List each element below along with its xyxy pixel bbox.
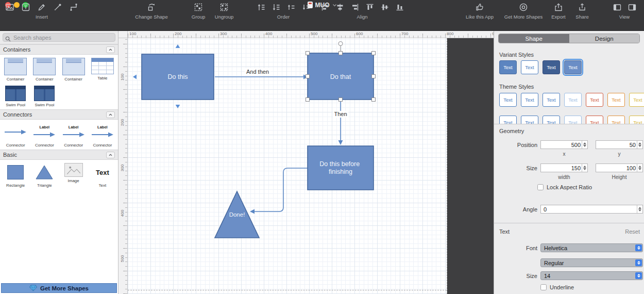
palette-item[interactable]: LabelConnector bbox=[59, 123, 88, 148]
chevron-up-icon[interactable] bbox=[106, 46, 115, 53]
connector-elbow[interactable] bbox=[250, 168, 308, 214]
stepper-icon[interactable] bbox=[582, 164, 587, 172]
style-button[interactable]: Text bbox=[499, 93, 517, 107]
palette-item[interactable]: LabelConnector bbox=[88, 123, 117, 148]
quick-connect-arrow-left[interactable] bbox=[133, 75, 137, 79]
position-x-field[interactable]: 500 bbox=[540, 140, 588, 149]
font-family-dropdown[interactable]: Helvetica bbox=[540, 243, 643, 252]
canvas-area[interactable]: 100200300400500600700800900 100200300400… bbox=[118, 31, 494, 294]
chevron-up-icon[interactable] bbox=[106, 152, 115, 158]
send-to-back-icon[interactable] bbox=[272, 3, 281, 12]
width-field[interactable]: 150 bbox=[540, 164, 588, 172]
send-backward-icon[interactable] bbox=[301, 3, 311, 12]
style-button[interactable]: Text bbox=[521, 93, 538, 107]
bring-forward-icon[interactable] bbox=[286, 3, 296, 12]
page[interactable]: And then Then Do this bbox=[128, 38, 447, 294]
quick-connect-arrow-down[interactable] bbox=[176, 105, 180, 108]
image-icon[interactable] bbox=[5, 3, 14, 12]
rectangle-thumb bbox=[1, 163, 30, 182]
font-size-dropdown[interactable]: 14 bbox=[540, 271, 643, 280]
style-button[interactable]: Text bbox=[586, 116, 603, 124]
lock-aspect-ratio-checkbox[interactable]: Lock Aspect Ratio bbox=[537, 184, 592, 190]
align-top-icon[interactable] bbox=[365, 3, 375, 12]
palette-item[interactable]: Swim Pool bbox=[30, 86, 59, 107]
checkbox-icon[interactable] bbox=[537, 184, 544, 190]
angle-field[interactable]: 0 bbox=[540, 205, 643, 214]
section-header[interactable]: Basic bbox=[0, 150, 118, 160]
section-header[interactable]: Connectors bbox=[0, 109, 118, 120]
style-button[interactable]: Text bbox=[607, 93, 625, 107]
shape-do-this[interactable]: Do this bbox=[142, 54, 214, 100]
stepper-icon[interactable] bbox=[582, 141, 587, 149]
chevron-up-icon[interactable] bbox=[106, 111, 115, 118]
search-input[interactable] bbox=[3, 33, 115, 42]
align-right-icon[interactable] bbox=[350, 3, 360, 12]
share-icon[interactable] bbox=[578, 3, 587, 12]
reset-button[interactable]: Reset bbox=[625, 228, 640, 235]
style-button[interactable]: Text bbox=[543, 60, 560, 74]
connector-label[interactable]: Then bbox=[334, 111, 347, 117]
stepper-icon[interactable] bbox=[637, 141, 642, 149]
elbow-connector-icon[interactable] bbox=[69, 3, 78, 12]
palette-item[interactable]: Swim Pool bbox=[1, 86, 30, 107]
style-button[interactable]: Text bbox=[543, 93, 560, 107]
right-panel-icon[interactable] bbox=[628, 3, 637, 12]
checkbox-icon[interactable] bbox=[540, 284, 547, 290]
position-y-field[interactable]: 50 bbox=[596, 140, 643, 149]
style-button[interactable]: Text bbox=[521, 60, 538, 74]
thumbs-up-icon[interactable] bbox=[475, 3, 484, 12]
ungroup-icon[interactable] bbox=[219, 3, 229, 12]
group-icon[interactable] bbox=[194, 3, 203, 12]
bring-to-front-icon[interactable] bbox=[257, 3, 266, 12]
palette-item[interactable]: Container bbox=[59, 58, 88, 81]
shapes-badge-icon[interactable] bbox=[519, 3, 528, 12]
quick-connect-arrow-up[interactable] bbox=[176, 44, 180, 48]
shape-do-that[interactable]: Do that bbox=[308, 53, 374, 100]
tab-design[interactable]: Design bbox=[569, 34, 640, 43]
underline-checkbox[interactable]: Underline bbox=[540, 284, 574, 290]
shape-done-triangle[interactable]: Done! bbox=[215, 191, 259, 238]
palette-item[interactable]: Container bbox=[30, 58, 59, 81]
align-bottom-icon[interactable] bbox=[395, 3, 404, 12]
export-icon[interactable] bbox=[554, 3, 563, 12]
style-button[interactable]: Text bbox=[564, 93, 582, 107]
left-panel-icon[interactable] bbox=[613, 3, 622, 12]
palette-item[interactable]: Image bbox=[59, 163, 88, 188]
palette-item[interactable]: TextText bbox=[88, 163, 117, 188]
style-button[interactable]: Text bbox=[564, 116, 582, 124]
palette-item[interactable]: Container bbox=[1, 58, 30, 81]
connector-label[interactable]: And then bbox=[246, 69, 269, 75]
stepper-icon[interactable] bbox=[637, 164, 642, 172]
shape-do-this-before-finishing[interactable]: Do this before finishing bbox=[308, 146, 374, 190]
tab-shape[interactable]: Shape bbox=[499, 34, 569, 43]
stepper-icon[interactable] bbox=[637, 205, 642, 213]
align-center-icon[interactable] bbox=[335, 3, 345, 12]
align-middle-icon[interactable] bbox=[380, 3, 389, 12]
style-button[interactable]: Text bbox=[521, 116, 538, 124]
palette-item[interactable]: Connector bbox=[1, 123, 30, 148]
pencil-icon[interactable] bbox=[37, 3, 46, 12]
height-field[interactable]: 100 bbox=[596, 164, 643, 172]
palette-item[interactable]: Triangle bbox=[30, 163, 59, 188]
connector-then[interactable] bbox=[338, 101, 343, 145]
palette-item[interactable]: Table bbox=[88, 58, 117, 81]
palette-item[interactable]: Rectangle bbox=[1, 163, 30, 188]
style-button[interactable]: Text bbox=[499, 60, 517, 74]
align-left-icon[interactable] bbox=[320, 3, 330, 12]
palette-item[interactable]: LabelConnector bbox=[30, 123, 59, 148]
text-icon[interactable] bbox=[21, 3, 30, 12]
font-style-dropdown[interactable]: Regular bbox=[540, 258, 643, 267]
pen-icon[interactable] bbox=[53, 3, 62, 12]
style-button[interactable]: Text bbox=[543, 116, 560, 124]
rotation-handle[interactable] bbox=[338, 42, 343, 46]
flowchart: And then Then Do this bbox=[128, 38, 447, 294]
style-button[interactable]: Text bbox=[629, 116, 644, 124]
get-more-shapes-button[interactable]: Get More Shapes bbox=[1, 283, 117, 293]
style-button[interactable]: Text bbox=[564, 60, 582, 74]
section-header[interactable]: Containers bbox=[0, 44, 118, 55]
style-button[interactable]: Text bbox=[607, 116, 625, 124]
style-button[interactable]: Text bbox=[586, 93, 603, 107]
change-shape-icon[interactable] bbox=[147, 3, 156, 12]
style-button[interactable]: Text bbox=[499, 116, 517, 124]
style-button[interactable]: Text bbox=[629, 93, 644, 107]
